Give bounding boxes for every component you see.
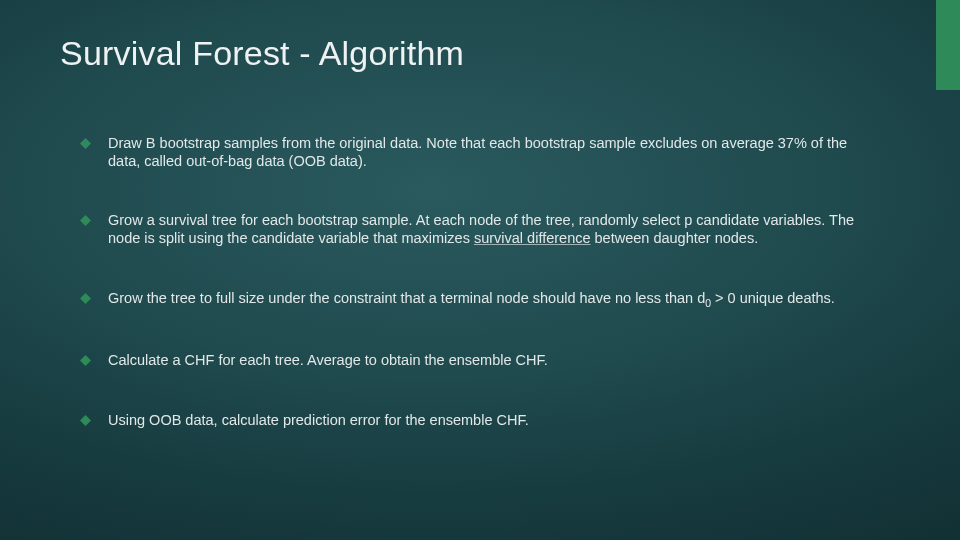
bullet-text: Draw B bootstrap samples from the origin… xyxy=(108,135,847,169)
svg-marker-4 xyxy=(80,415,91,426)
bullet-text: Calculate a CHF for each tree. Average t… xyxy=(108,352,548,368)
bullet-text: Using OOB data, calculate prediction err… xyxy=(108,412,529,428)
slide-title: Survival Forest - Algorithm xyxy=(60,34,900,73)
bullet-text: between daughter nodes. xyxy=(591,230,759,246)
svg-marker-2 xyxy=(80,293,91,304)
bullet-text: Grow the tree to full size under the con… xyxy=(108,290,705,306)
slide-body: Survival Forest - Algorithm Draw B boots… xyxy=(0,0,960,460)
list-item: Grow a survival tree for each bootstrap … xyxy=(108,212,880,247)
list-item: Using OOB data, calculate prediction err… xyxy=(108,412,880,430)
list-item: Draw B bootstrap samples from the origin… xyxy=(108,135,880,170)
underlined-term: survival difference xyxy=(474,230,591,246)
bullet-list: Draw B bootstrap samples from the origin… xyxy=(60,135,900,430)
bullet-text: > 0 unique deaths. xyxy=(711,290,835,306)
diamond-icon xyxy=(80,215,91,226)
list-item: Grow the tree to full size under the con… xyxy=(108,290,880,311)
list-item: Calculate a CHF for each tree. Average t… xyxy=(108,352,880,370)
diamond-icon xyxy=(80,138,91,149)
diamond-icon xyxy=(80,355,91,366)
svg-marker-3 xyxy=(80,355,91,366)
accent-bar xyxy=(936,0,960,90)
diamond-icon xyxy=(80,415,91,426)
svg-marker-1 xyxy=(80,215,91,226)
diamond-icon xyxy=(80,293,91,304)
svg-marker-0 xyxy=(80,138,91,149)
